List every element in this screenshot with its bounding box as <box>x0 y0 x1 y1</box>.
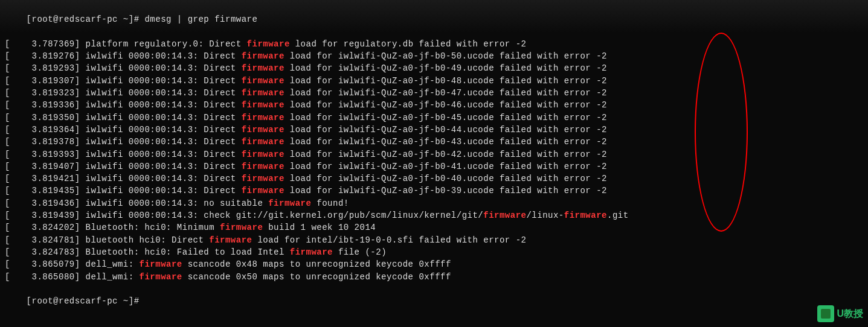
grep-match: firmware <box>242 100 285 110</box>
log-text-post: load for iwlwifi-QuZ-a0-jf-b0-42.ucode f… <box>285 150 607 159</box>
grep-match: firmware <box>140 259 182 269</box>
log-text-post: load for iwlwifi-QuZ-a0-jf-b0-40.ucode f… <box>285 174 607 183</box>
log-text-post: load for iwlwifi-QuZ-a0-jf-b0-48.ucode f… <box>285 76 607 86</box>
log-text-post: load for iwlwifi-QuZ-a0-jf-b0-49.ucode f… <box>285 63 607 73</box>
log-line: [ 3.819307] iwlwifi 0000:00:14.3: Direct… <box>5 75 863 87</box>
prompt-line-end[interactable]: [root@redscarf-pc ~]# <box>5 283 863 320</box>
grep-match: firmware <box>242 125 285 135</box>
log-text-pre: iwlwifi 0000:00:14.3: Direct <box>86 63 242 73</box>
log-line: [ 3.819436] iwlwifi 0000:00:14.3: no sui… <box>5 197 863 209</box>
grep-match: firmware <box>242 51 285 61</box>
log-text-pre: iwlwifi 0000:00:14.3: Direct <box>86 113 242 122</box>
log-line: [ 3.824783] Bluetooth: hci0: Failed to l… <box>5 246 863 258</box>
log-text-pre: iwlwifi 0000:00:14.3: Direct <box>86 150 242 159</box>
log-text-pre: iwlwifi 0000:00:14.3: Direct <box>86 137 242 147</box>
grep-match: firmware <box>483 211 526 220</box>
log-line: [ 3.819421] iwlwifi 0000:00:14.3: Direct… <box>5 173 863 185</box>
prompt-user-host-end: [root@redscarf-pc ~]# <box>27 296 140 306</box>
log-line: [ 3.819276] iwlwifi 0000:00:14.3: Direct… <box>5 50 863 62</box>
log-text-post: load for iwlwifi-QuZ-a0-jf-b0-45.ucode f… <box>285 113 607 122</box>
log-line: [ 3.819293] iwlwifi 0000:00:14.3: Direct… <box>5 62 863 74</box>
grep-match: firmware <box>242 137 285 147</box>
watermark-text: U教授 <box>837 306 863 320</box>
grep-match: firmware <box>242 63 285 73</box>
log-line: [ 3.819378] iwlwifi 0000:00:14.3: Direct… <box>5 136 863 148</box>
log-line: [ 3.787369] platform regulatory.0: Direc… <box>5 38 863 50</box>
log-line: [ 3.865079] dell_wmi: firmware scancode … <box>5 258 863 270</box>
log-text-pre: iwlwifi 0000:00:14.3: Direct <box>86 76 242 86</box>
log-text-pre: iwlwifi 0000:00:14.3: Direct <box>86 162 242 171</box>
log-line: [ 3.819336] iwlwifi 0000:00:14.3: Direct… <box>5 99 863 111</box>
log-text-pre: dell_wmi: <box>86 272 140 282</box>
log-text-pre: iwlwifi 0000:00:14.3: Direct <box>86 174 242 183</box>
log-text-post: load for iwlwifi-QuZ-a0-jf-b0-50.ucode f… <box>285 51 607 61</box>
log-text-post: /linux- <box>526 211 564 220</box>
log-line: [ 3.819364] iwlwifi 0000:00:14.3: Direct… <box>5 124 863 136</box>
log-line: [ 3.819435] iwlwifi 0000:00:14.3: Direct… <box>5 185 863 197</box>
grep-match: firmware <box>242 76 285 86</box>
prompt-command: dmesg | grep firmware <box>144 14 257 24</box>
log-text-post: file (-2) <box>333 247 387 257</box>
log-text-pre: dell_wmi: <box>86 259 140 269</box>
log-line: [ 3.819350] iwlwifi 0000:00:14.3: Direct… <box>5 112 863 124</box>
grep-match: firmware <box>242 113 285 122</box>
grep-match: firmware <box>242 88 285 98</box>
log-text-pre: iwlwifi 0000:00:14.3: check git://git.ke… <box>86 211 484 220</box>
grep-match: firmware <box>268 198 311 208</box>
watermark-icon <box>817 305 834 322</box>
grep-match: firmware <box>247 39 290 49</box>
log-line: [ 3.819323] iwlwifi 0000:00:14.3: Direct… <box>5 87 863 99</box>
log-text-pre: Bluetooth: hci0: Failed to load Intel <box>86 247 290 257</box>
log-text-pre: Bluetooth: hci0: Minimum <box>86 223 220 232</box>
log-text-post2: .git <box>607 211 629 220</box>
log-text-post: load for iwlwifi-QuZ-a0-jf-b0-39.ucode f… <box>285 186 607 195</box>
log-text-post: scancode 0x50 maps to unrecognized keyco… <box>182 272 451 282</box>
grep-match: firmware <box>242 162 285 171</box>
log-line: [ 3.865080] dell_wmi: firmware scancode … <box>5 271 863 283</box>
log-text-pre: iwlwifi 0000:00:14.3: Direct <box>86 51 242 61</box>
log-text-pre: platform regulatory.0: Direct <box>86 39 247 49</box>
log-text-pre: iwlwifi 0000:00:14.3: Direct <box>86 100 242 110</box>
log-line: [ 3.819439] iwlwifi 0000:00:14.3: check … <box>5 209 863 221</box>
log-text-post: build 1 week 10 2014 <box>263 223 376 232</box>
prompt-line: [root@redscarf-pc ~]# dmesg | grep firmw… <box>5 1 863 38</box>
log-text-pre: iwlwifi 0000:00:14.3: no suitable <box>86 198 269 208</box>
log-text-post: load for iwlwifi-QuZ-a0-jf-b0-43.ucode f… <box>285 137 607 147</box>
log-text-post: load for intel/ibt-19-0-0.sfi failed wit… <box>252 235 526 245</box>
log-text-pre: iwlwifi 0000:00:14.3: Direct <box>86 186 242 195</box>
log-line: [ 3.819393] iwlwifi 0000:00:14.3: Direct… <box>5 148 863 160</box>
log-text-post: load for iwlwifi-QuZ-a0-jf-b0-46.ucode f… <box>285 100 607 110</box>
log-line: [ 3.824781] bluetooth hci0: Direct firmw… <box>5 234 863 246</box>
log-text-post: load for iwlwifi-QuZ-a0-jf-b0-44.ucode f… <box>285 125 607 135</box>
log-text-post: load for regulatory.db failed with error… <box>290 39 527 49</box>
grep-match: firmware <box>290 247 333 257</box>
grep-match: firmware <box>242 186 285 195</box>
grep-match: firmware <box>564 211 607 220</box>
grep-match: firmware <box>140 272 182 282</box>
grep-match: firmware <box>242 174 285 183</box>
log-text-pre: bluetooth hci0: Direct <box>86 235 210 245</box>
terminal-output[interactable]: [root@redscarf-pc ~]# dmesg | grep firmw… <box>0 0 868 327</box>
log-text-post: load for iwlwifi-QuZ-a0-jf-b0-47.ucode f… <box>285 88 607 98</box>
log-text-post: found! <box>311 198 349 208</box>
prompt-user-host: [root@redscarf-pc ~]# <box>27 14 140 24</box>
log-text-post: load for iwlwifi-QuZ-a0-jf-b0-41.ucode f… <box>285 162 607 171</box>
log-line: [ 3.824202] Bluetooth: hci0: Minimum fir… <box>5 221 863 233</box>
log-text-pre: iwlwifi 0000:00:14.3: Direct <box>86 125 242 135</box>
log-text-post: scancode 0x48 maps to unrecognized keyco… <box>182 259 451 269</box>
grep-match: firmware <box>209 235 252 245</box>
grep-match: firmware <box>220 223 263 232</box>
log-text-pre: iwlwifi 0000:00:14.3: Direct <box>86 88 242 98</box>
watermark: U教授 <box>817 305 863 322</box>
log-line: [ 3.819407] iwlwifi 0000:00:14.3: Direct… <box>5 160 863 173</box>
grep-match: firmware <box>242 150 285 159</box>
